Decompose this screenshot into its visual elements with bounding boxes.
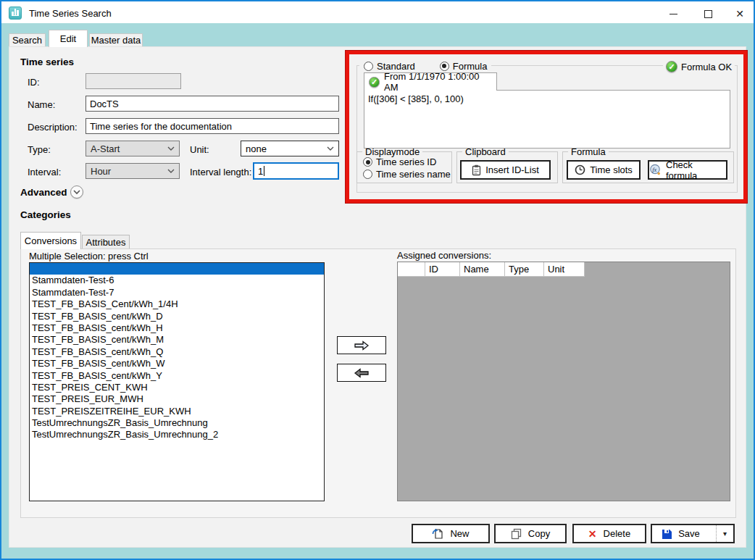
save-button[interactable]: Save: [652, 525, 709, 542]
list-item[interactable]: TEST_PREIS_CENT_KWH: [30, 382, 324, 393]
column-header-name[interactable]: Name: [460, 262, 505, 277]
interval-length-label: Interval length:: [190, 167, 251, 177]
standard-radio-label[interactable]: Standard: [377, 61, 415, 72]
unit-dropdown[interactable]: none: [241, 141, 339, 156]
name-input[interactable]: DocTS: [85, 96, 339, 112]
check-circle-icon: ✓: [369, 77, 380, 88]
column-header-selector[interactable]: [398, 262, 425, 277]
title-bar: Time Series Search ✕: [1, 1, 754, 23]
maximize-button[interactable]: [693, 3, 723, 25]
name-label: Name:: [28, 99, 55, 110]
list-item[interactable]: TestUmrechnungsZR_Basis_Umrechnung_2: [30, 429, 324, 440]
formula-from-tab[interactable]: ✓ From 1/1/1970 1:00:00 AM: [364, 72, 497, 91]
list-item[interactable]: TEST_FB_BASIS_cent/kWh_D: [30, 311, 324, 322]
list-item[interactable]: TEST_FB_BASIS_cent/kWh_Y: [30, 370, 324, 382]
minimize-icon: [670, 14, 677, 14]
app-bar-chart-icon: [9, 7, 22, 20]
tab-search[interactable]: Search: [9, 33, 46, 46]
formula-radio-label[interactable]: Formula: [453, 61, 488, 72]
id-field: [85, 73, 181, 89]
column-header-type[interactable]: Type: [505, 262, 544, 277]
insert-id-list-button[interactable]: Insert ID-List: [460, 160, 551, 180]
tab-edit[interactable]: Edit: [49, 30, 88, 47]
list-item[interactable]: TEST_FB_BASIS_Cent/kWh_1/4H: [30, 298, 324, 310]
window: Time Series Search ✕ Search Edit Master …: [0, 0, 755, 560]
time-slots-button[interactable]: Time slots: [567, 160, 641, 180]
arrow-left-icon: [354, 368, 370, 378]
time-series-name-radio[interactable]: [363, 170, 372, 179]
close-icon: ✕: [735, 8, 744, 20]
tab-master-data[interactable]: Master data: [89, 33, 143, 46]
list-item[interactable]: TestUmrechnungsZR_Basis_Umrechnung: [30, 417, 324, 429]
unit-label: Unit:: [190, 144, 209, 155]
check-circle-icon: ✓: [666, 61, 677, 72]
new-button[interactable]: New: [412, 524, 490, 543]
list-item[interactable]: Stammdaten-Test-7: [30, 287, 324, 298]
menu-arrow-icon: ▾: [723, 530, 727, 538]
delete-button[interactable]: ✕ Delete: [572, 524, 646, 543]
column-header-unit[interactable]: Unit: [544, 262, 585, 277]
maximize-icon: [704, 10, 712, 18]
new-document-icon: [432, 528, 443, 540]
formula-radio[interactable]: [440, 62, 449, 71]
fx-magnifier-icon: fx: [649, 164, 662, 176]
unassign-left-button[interactable]: [337, 364, 386, 382]
save-floppy-icon: [662, 529, 672, 539]
close-button[interactable]: ✕: [726, 3, 754, 25]
arrow-right-icon: [354, 340, 370, 351]
type-label: Type:: [28, 144, 51, 155]
list-item[interactable]: TEST_FB_BASIS_cent/kWh_M: [30, 334, 324, 346]
chevron-down-icon: [327, 146, 334, 151]
advanced-heading: Advanced: [20, 187, 67, 198]
from-tab-label: From 1/1/1970 1:00:00 AM: [384, 71, 492, 93]
check-formula-button[interactable]: fx Check formula: [648, 160, 727, 180]
description-input[interactable]: Time series for the documentation: [85, 118, 339, 134]
clock-icon: [575, 164, 585, 175]
advanced-expand-button[interactable]: [70, 185, 83, 198]
standard-radio[interactable]: [364, 62, 373, 71]
svg-text:fx: fx: [652, 166, 656, 173]
displaymode-option-id[interactable]: Time series ID: [363, 156, 436, 167]
list-item[interactable]: TEST_FB_BASIS_cent/kWh_Q: [30, 346, 324, 358]
assign-right-button[interactable]: [337, 336, 386, 354]
formula-ok-label: Formula OK: [681, 62, 732, 72]
formula-textarea[interactable]: If([306] < [385], 0, 100): [364, 90, 730, 149]
copy-icon: [511, 528, 522, 540]
tab-conversions[interactable]: Conversions: [20, 232, 81, 249]
delete-x-icon: ✕: [588, 528, 597, 540]
interval-length-input[interactable]: 1: [253, 162, 339, 180]
chevron-down-icon: [167, 169, 175, 173]
list-item[interactable]: TEST_PREISZEITREIHE_EUR_KWH: [30, 406, 324, 417]
mode-radio-row: Standard Formula: [359, 60, 491, 72]
table-header-row: ID Name Type Unit: [398, 262, 730, 277]
type-dropdown[interactable]: A-Start: [85, 141, 180, 156]
multi-select-hint: Multiple Selection: press Ctrl: [29, 251, 149, 262]
interval-label: Interval:: [28, 167, 61, 177]
save-split-button: Save ▾: [651, 524, 735, 543]
tab-attributes[interactable]: Attributes: [82, 235, 130, 249]
description-label: Description:: [28, 122, 78, 133]
save-menu-button[interactable]: ▾: [716, 525, 733, 542]
interval-dropdown[interactable]: Hour: [85, 163, 180, 179]
list-item[interactable]: TEST_FB_BASIS_cent/kWh_H: [30, 322, 324, 334]
formula-ok-badge: ✓ Formula OK: [663, 60, 735, 73]
categories-heading: Categories: [20, 209, 71, 220]
window-title: Time Series Search: [29, 8, 112, 19]
clipboard-icon: [472, 164, 481, 176]
conversions-listbox[interactable]: Stammdaten-Test-6 Stammdaten-Test-7 TEST…: [29, 262, 325, 501]
list-item[interactable]: TEST_PREIS_EUR_MWH: [30, 393, 324, 405]
time-series-id-radio[interactable]: [363, 157, 372, 167]
chevron-down-icon: [167, 146, 175, 151]
copy-button[interactable]: Copy: [494, 524, 567, 543]
list-item[interactable]: TEST_FB_BASIS_cent/kWh_W: [30, 358, 324, 369]
list-item[interactable]: Stammdaten-Test-6: [30, 275, 324, 286]
time-series-heading: Time series: [20, 57, 74, 67]
id-label: ID:: [28, 77, 40, 88]
minimize-button[interactable]: [658, 3, 688, 25]
list-item-selected[interactable]: [30, 263, 324, 275]
assigned-conversions-table[interactable]: ID Name Type Unit: [397, 262, 730, 501]
assigned-conversions-label: Assigned conversions:: [397, 250, 491, 261]
column-header-id[interactable]: ID: [425, 262, 460, 277]
displaymode-option-name[interactable]: Time series name: [363, 169, 451, 180]
text-caret: [264, 166, 264, 176]
